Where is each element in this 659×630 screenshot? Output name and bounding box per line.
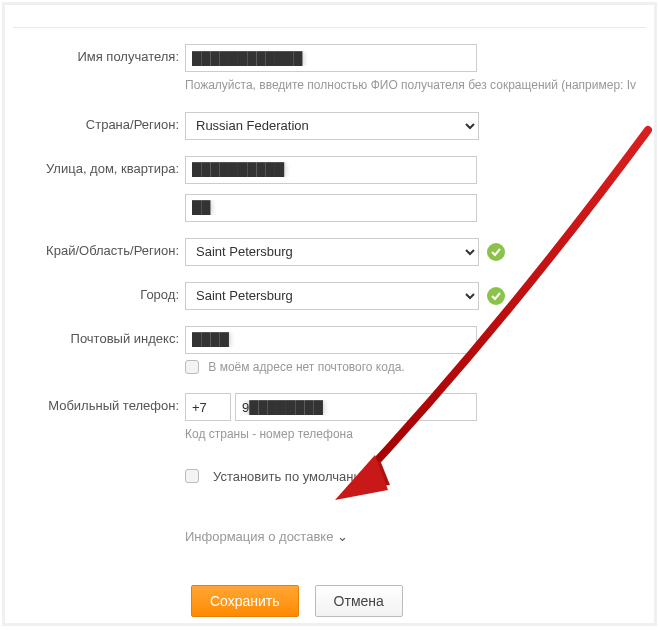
chevron-down-icon: ⌄ — [337, 529, 348, 544]
label-street: Улица, дом, квартира: — [5, 156, 185, 182]
input-phone-number[interactable] — [235, 393, 477, 421]
row-recipient-name: Имя получателя: Пожалуйста, введите полн… — [5, 44, 654, 94]
select-region[interactable]: Saint Petersburg — [185, 238, 479, 266]
check-icon — [487, 287, 505, 305]
row-phone: Мобильный телефон: Код страны - номер те… — [5, 393, 654, 443]
label-default: Установить по умолчанию — [213, 469, 370, 484]
no-zip-row: В моём адресе нет почтового кода. — [185, 360, 405, 376]
input-recipient-name[interactable] — [185, 44, 477, 72]
label-country: Страна/Регион: — [5, 112, 185, 138]
row-street: Улица, дом, квартира: — [5, 156, 654, 184]
row-default: Установить по умолчанию — [5, 469, 654, 495]
row-shipping-info: Информация о доставке ⌄ — [5, 529, 654, 555]
row-region: Край/Область/Регион: Saint Petersburg — [5, 238, 654, 266]
row-city: Город: Saint Petersburg — [5, 282, 654, 310]
select-country[interactable]: Russian Federation — [185, 112, 479, 140]
save-button[interactable]: Сохранить — [191, 585, 299, 617]
row-country: Страна/Регион: Russian Federation — [5, 112, 654, 140]
help-recipient-name: Пожалуйста, введите полностью ФИО получа… — [185, 78, 636, 94]
help-phone: Код страны - номер телефона — [185, 427, 353, 443]
label-city: Город: — [5, 282, 185, 308]
address-form: Имя получателя: Пожалуйста, введите полн… — [2, 2, 657, 626]
label-phone: Мобильный телефон: — [5, 393, 185, 419]
label-no-zip: В моём адресе нет почтового кода. — [208, 360, 404, 374]
label-region: Край/Область/Регион: — [5, 238, 185, 264]
checkbox-default[interactable] — [185, 469, 199, 483]
cancel-button[interactable]: Отмена — [315, 585, 403, 617]
select-city[interactable]: Saint Petersburg — [185, 282, 479, 310]
link-shipping-info[interactable]: Информация о доставке ⌄ — [185, 529, 348, 544]
row-street-2 — [5, 194, 654, 222]
checkbox-no-zip[interactable] — [185, 360, 199, 374]
label-recipient-name: Имя получателя: — [5, 44, 185, 70]
row-zip: Почтовый индекс: В моём адресе нет почто… — [5, 326, 654, 376]
check-icon — [487, 243, 505, 261]
input-zip[interactable] — [185, 326, 477, 354]
input-phone-code[interactable] — [185, 393, 231, 421]
input-street-2[interactable] — [185, 194, 477, 222]
input-street-1[interactable] — [185, 156, 477, 184]
button-row: Сохранить Отмена — [191, 585, 654, 617]
label-zip: Почтовый индекс: — [5, 326, 185, 352]
